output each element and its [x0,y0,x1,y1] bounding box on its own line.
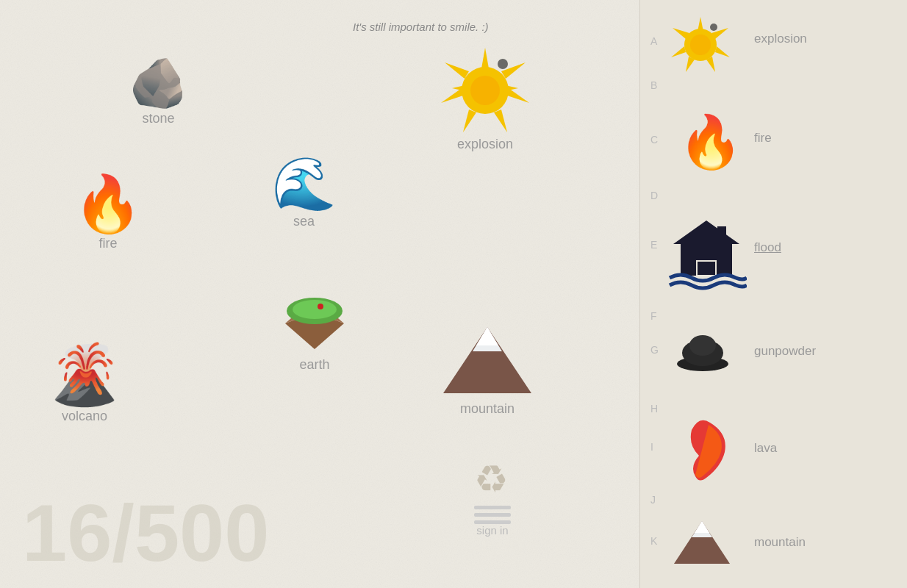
fire-label: fire [98,236,117,251]
main-area: It's still important to smile. :) 🪨 ston… [0,0,639,588]
sidebar-item-explosion[interactable]: A explosion [640,13,907,79]
svg-marker-26 [706,57,715,72]
sidebar-letter-e: E [650,239,657,251]
svg-point-4 [318,304,323,309]
earth-svg-icon [278,290,351,353]
sidebar-item-mountain[interactable]: K mountain [640,514,907,588]
svg-point-3 [293,300,337,319]
sidebar-letter-d: D [650,190,658,201]
svg-marker-20 [476,327,498,345]
svg-marker-33 [673,220,739,244]
svg-rect-34 [697,261,716,276]
score-display: 16/500 [22,492,269,573]
svg-point-31 [710,24,717,31]
sidebar-item-flood[interactable]: E flood [640,209,907,305]
sidebar-gunpowder-label: gunpowder [754,344,816,359]
sidebar-letter-h: H [650,403,658,415]
earth-item[interactable]: earth [278,290,351,373]
sidebar-fire-icon: 🔥 [678,116,742,168]
sidebar-gunpowder-icon [677,331,728,371]
sea-item[interactable]: 🌊 sea [272,158,336,229]
volcano-item[interactable]: 🌋 volcano [48,345,121,424]
sidebar-fire-label: fire [754,131,772,146]
sidebar-lava-label: lava [754,441,777,456]
sidebar-letter-a: A [650,35,657,47]
stone-label: stone [142,111,174,126]
svg-text:♻: ♻ [474,458,509,500]
svg-marker-41 [695,521,709,533]
stone-item[interactable]: 🪨 stone [129,59,188,126]
svg-marker-27 [686,57,695,72]
sea-icon: 🌊 [272,158,336,209]
mountain-label: mountain [460,401,515,417]
volcano-icon: 🌋 [48,345,121,404]
sidebar-letter-b: B [650,79,657,91]
svg-point-17 [498,59,508,69]
svg-marker-9 [494,110,507,132]
sea-label: sea [293,214,315,229]
explosion-label: explosion [457,137,513,152]
sidebar-explosion-icon [671,17,730,82]
svg-marker-28 [671,46,686,57]
sidebar-lava-icon [673,419,728,481]
stone-icon: 🪨 [129,59,188,107]
svg-point-38 [689,335,716,356]
mountain-svg-icon [440,323,535,397]
sidebar-item-gunpowder[interactable]: G gunpowder [640,323,907,397]
sidebar-mountain-icon [671,518,734,566]
sidebar-item-fire[interactable]: C 🔥 fire [640,110,907,184]
sidebar-item-lava[interactable]: I lava [640,415,907,496]
recycle-icon: ♻ [470,456,515,500]
signin-label: sign in [476,524,508,537]
mountain-item[interactable]: mountain [440,323,535,417]
sidebar-mountain-label: mountain [754,535,806,550]
sidebar: A explosion B C 🔥 [639,0,907,588]
volcano-label: volcano [62,409,107,424]
sidebar-flood-label: flood [754,240,781,255]
svg-marker-25 [715,46,730,57]
svg-marker-8 [507,88,529,103]
explosion-svg-icon [441,48,529,132]
svg-point-30 [690,35,711,55]
svg-marker-11 [441,88,463,103]
svg-marker-10 [463,110,476,132]
sidebar-letter-k: K [650,535,657,547]
svg-rect-35 [717,226,726,240]
fire-item[interactable]: 🔥 fire [74,176,143,251]
header-message: It's still important to smile. :) [353,21,489,33]
fire-icon: 🔥 [74,176,143,232]
sidebar-letter-g: G [650,344,659,356]
svg-point-16 [470,76,500,105]
signin-item[interactable]: ♻ sign in [470,456,515,537]
sidebar-letter-j: J [650,494,656,506]
hamburger-menu-icon [474,506,511,524]
sidebar-letter-c: C [650,134,658,146]
svg-marker-12 [445,62,469,79]
explosion-item[interactable]: explosion [441,48,529,152]
sidebar-letter-f: F [650,310,657,322]
sidebar-explosion-label: explosion [754,32,807,46]
sidebar-flood-icon [666,213,747,294]
sidebar-letter-i: I [650,441,653,453]
earth-label: earth [299,357,329,373]
svg-marker-23 [698,17,703,32]
